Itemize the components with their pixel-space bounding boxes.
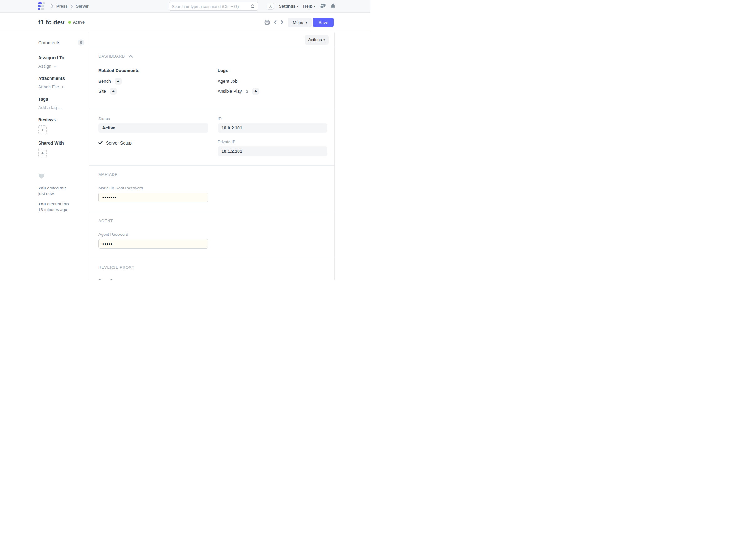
agent-heading: AGENT [98, 219, 113, 223]
app-logo-icon[interactable] [38, 2, 46, 10]
navbar: Press Server A Settings ▾ Help ▾ [0, 0, 370, 12]
reviews-heading: Reviews [38, 117, 84, 122]
edited-meta-when: just now [38, 191, 54, 196]
add-tag-input[interactable]: Add a tag ... [38, 105, 84, 111]
mariadb-root-password-input[interactable]: ••••••• [98, 192, 208, 202]
section-status: Status Active Server Setup IP 10.0.2.1 [89, 110, 334, 166]
mariadb-heading: MARIADB [98, 173, 118, 177]
chevron-right-icon [51, 4, 54, 8]
ip-column: IP 10.0.2.101 Private IP 10.1.2.101 [218, 116, 328, 156]
navbar-right: A Settings ▾ Help ▾ [267, 2, 335, 10]
assign-button[interactable]: Assign + [38, 63, 84, 69]
agent-password-field: Agent Password ••••• [98, 232, 208, 249]
actions-button-label: Actions [309, 37, 322, 42]
proxy-server-field: Proxy Server [98, 278, 208, 280]
agent-password-label: Agent Password [98, 232, 208, 237]
settings-menu[interactable]: Settings ▾ [279, 4, 298, 8]
status-label: Active [73, 20, 85, 24]
edited-meta: You edited this just now [38, 185, 84, 196]
ip-field-value[interactable]: 10.0.2.101 [218, 123, 328, 133]
mariadb-body: MariaDB Root Password ••••••• [98, 186, 327, 202]
server-setup-checkbox[interactable]: Server Setup [98, 140, 208, 146]
prev-document-icon[interactable] [274, 20, 277, 25]
search-input[interactable] [172, 4, 251, 9]
comments-label: Comments [38, 40, 60, 45]
breadcrumb: Press Server [51, 4, 89, 8]
agent-body: Agent Password ••••• [98, 232, 327, 249]
status-field-value[interactable]: Active [98, 123, 208, 133]
related-documents-column: Related Documents Bench + Site + [98, 68, 208, 98]
list-item: Agent Job [218, 78, 328, 85]
reverse-proxy-heading-row: REVERSE PROXY [98, 265, 327, 270]
reverse-proxy-body: Proxy Server Upstream Setup [98, 278, 327, 280]
ansible-play-count: 2 [246, 89, 249, 94]
logs-column: Logs Agent Job Ansible Play 2 + [218, 68, 328, 98]
private-ip-field-value[interactable]: 10.1.2.101 [218, 146, 328, 156]
attach-file-button[interactable]: Attach File + [38, 84, 84, 90]
list-item: Ansible Play 2 + [218, 88, 328, 95]
attachments-heading: Attachments [38, 76, 84, 81]
section-dashboard: DASHBOARD Related Documents Bench + [89, 47, 334, 110]
private-ip-field: Private IP 10.1.2.101 [218, 139, 328, 156]
help-menu[interactable]: Help ▾ [303, 4, 315, 8]
add-review-button[interactable]: + [38, 125, 47, 134]
next-document-icon[interactable] [280, 20, 284, 25]
edited-meta-action: edited this [47, 186, 66, 190]
menu-button[interactable]: Menu ▾ [288, 17, 312, 27]
add-ansible-play-button[interactable]: + [252, 88, 259, 95]
agent-password-input[interactable]: ••••• [98, 239, 208, 249]
save-button-label: Save [319, 20, 328, 25]
list-item: Site + [98, 88, 208, 95]
list-item: Bench + [98, 78, 208, 85]
breadcrumb-item-press[interactable]: Press [56, 4, 67, 8]
sidebar-attachments: Attachments Attach File + [38, 76, 84, 90]
sidebar-tags: Tags Add a tag ... [38, 97, 84, 111]
chevron-down-icon: ▾ [324, 39, 325, 42]
add-bench-button[interactable]: + [115, 78, 122, 85]
help-label: Help [303, 4, 312, 8]
like-row [38, 173, 84, 180]
section-agent: AGENT Agent Password ••••• [89, 212, 334, 258]
actions-button[interactable]: Actions ▾ [305, 35, 329, 45]
mariadb-root-password-field: MariaDB Root Password ••••••• [98, 186, 208, 202]
plus-icon: + [54, 63, 56, 69]
agent-heading-row: AGENT [98, 219, 327, 223]
app: Press Server A Settings ▾ Help ▾ [0, 0, 370, 280]
global-search [169, 2, 258, 11]
status-dot-icon [68, 21, 71, 23]
plus-icon: + [254, 89, 257, 94]
actions-row: Actions ▾ [89, 32, 334, 47]
shared-with-heading: Shared With [38, 140, 84, 145]
ansible-play-link[interactable]: Ansible Play [218, 89, 242, 94]
created-meta-when: 13 minutes ago [38, 207, 67, 212]
breadcrumb-item-server[interactable]: Server [76, 4, 88, 8]
notifications-bell-icon[interactable] [331, 3, 335, 9]
heart-like-icon[interactable] [38, 173, 45, 179]
add-site-button[interactable]: + [110, 88, 117, 95]
agent-job-link[interactable]: Agent Job [218, 79, 238, 84]
avatar-letter: A [269, 4, 272, 8]
print-icon[interactable] [264, 20, 270, 25]
page-title: f1.fc.dev [38, 18, 64, 26]
created-meta-action: created this [47, 202, 69, 206]
bench-link[interactable]: Bench [98, 79, 111, 84]
comments-count-badge: 0 [78, 39, 84, 46]
page-header-actions: Menu ▾ Save [261, 17, 334, 27]
status-grid: Status Active Server Setup IP 10.0.2.1 [98, 116, 327, 156]
sidebar-item-comments[interactable]: Comments 0 [38, 39, 84, 46]
avatar[interactable]: A [267, 2, 274, 10]
dashboard-section-toggle[interactable]: DASHBOARD [98, 54, 327, 59]
plus-icon: + [41, 127, 44, 132]
save-button[interactable]: Save [313, 17, 334, 27]
main: Comments 0 Assigned To Assign + Attachme… [0, 32, 370, 280]
plus-icon: + [61, 84, 64, 90]
chat-icon[interactable] [320, 3, 326, 9]
tags-heading: Tags [38, 97, 84, 102]
checkmark-icon [98, 140, 103, 146]
form-sidebar: Comments 0 Assigned To Assign + Attachme… [0, 32, 89, 280]
assign-label: Assign [38, 63, 51, 69]
status-badge: Active [68, 20, 85, 24]
add-share-button[interactable]: + [38, 148, 47, 157]
site-link[interactable]: Site [98, 89, 106, 94]
sidebar-reviews: Reviews + [38, 117, 84, 134]
